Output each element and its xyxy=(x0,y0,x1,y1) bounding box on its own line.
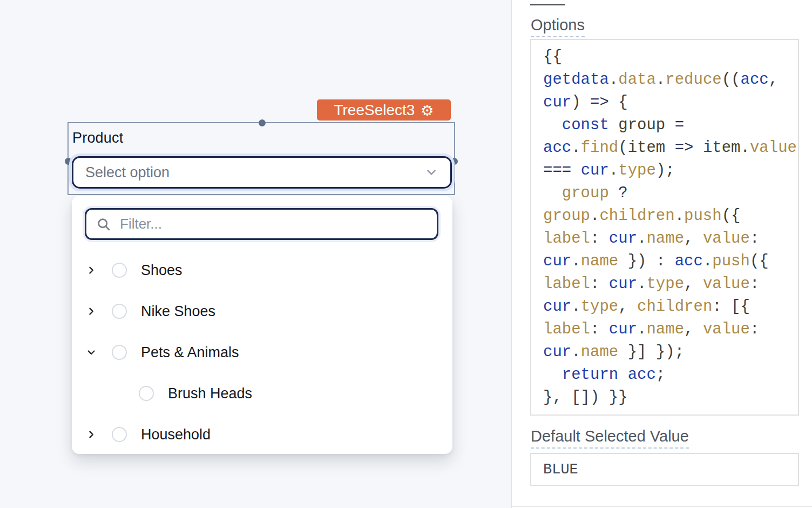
resize-handle-top[interactable] xyxy=(259,119,266,126)
tree-item[interactable]: Pets & Animals xyxy=(72,332,452,373)
resize-handle-left[interactable] xyxy=(65,158,72,165)
code-line: return acc; xyxy=(543,364,798,386)
tree-item-label: Nike Shoes xyxy=(141,303,215,320)
chevron-down-icon[interactable] xyxy=(424,165,438,179)
tree-item[interactable]: Brush Heads xyxy=(72,373,452,414)
radio-unselected[interactable] xyxy=(112,427,127,442)
radio-unselected[interactable] xyxy=(112,345,127,360)
tree-item[interactable]: Nike Shoes xyxy=(72,291,452,332)
filter-box[interactable] xyxy=(85,208,438,240)
gear-icon[interactable]: ⚙ xyxy=(421,103,434,118)
treeselect-input[interactable]: Select option xyxy=(72,156,452,189)
chevron-right-icon[interactable] xyxy=(85,429,98,440)
code-line: cur) => { xyxy=(543,91,798,114)
code-line: cur.name }] }); xyxy=(543,341,798,364)
code-line: }, []) }} xyxy=(543,386,798,409)
tree-item[interactable]: Household xyxy=(72,414,452,455)
widget-name-tag[interactable]: TreeSelect3 ⚙ xyxy=(317,99,451,121)
tree-item[interactable]: Shoes xyxy=(72,250,452,291)
tree-item-label: Brush Heads xyxy=(168,385,252,402)
code-line: cur.type, children: [{ xyxy=(543,296,798,318)
code-line: label: cur.type, value: xyxy=(543,273,798,296)
app-root: TreeSelect3 ⚙ Product Select option xyxy=(0,0,812,508)
code-line: {{ xyxy=(543,46,798,69)
code-line: group ? xyxy=(543,182,798,205)
code-line: group.children.push({ xyxy=(543,205,798,228)
panel-divider xyxy=(512,506,812,507)
default-selected-value-input[interactable]: BLUE xyxy=(530,453,799,486)
tree-item-label: Shoes xyxy=(141,262,182,279)
treeselect-dropdown: ShoesNike ShoesPets & AnimalsBrush Heads… xyxy=(72,196,452,454)
radio-unselected[interactable] xyxy=(112,304,127,319)
chevron-right-icon[interactable] xyxy=(85,306,98,317)
filter-input[interactable] xyxy=(120,216,427,232)
treeselect-label: Product xyxy=(72,130,123,146)
tree-item-label: Household xyxy=(141,426,211,443)
radio-unselected[interactable] xyxy=(139,386,154,401)
chevron-down-icon[interactable] xyxy=(85,347,98,358)
treeselect-placeholder: Select option xyxy=(85,164,424,181)
code-line: label: cur.name, value: xyxy=(543,318,798,341)
chevron-right-icon[interactable] xyxy=(85,265,98,276)
options-code-editor[interactable]: {{getdata.data.reduce((acc,cur) => { con… xyxy=(530,39,799,416)
section-title-data: Data xyxy=(530,0,565,4)
code-line: label: cur.name, value: xyxy=(543,228,798,250)
canvas: TreeSelect3 ⚙ Product Select option xyxy=(0,0,511,508)
tree-list: ShoesNike ShoesPets & AnimalsBrush Heads… xyxy=(72,250,452,455)
code-line: === cur.type); xyxy=(543,159,798,182)
code-line: getdata.data.reduce((acc, xyxy=(543,69,798,91)
code-line: const group = xyxy=(543,114,798,137)
options-property-label: Options xyxy=(531,16,585,34)
search-icon xyxy=(96,217,111,232)
radio-unselected[interactable] xyxy=(112,263,127,278)
property-panel: Data Options {{getdata.data.reduce((acc,… xyxy=(511,0,812,508)
code-line: acc.find(item => item.value xyxy=(543,137,798,159)
default-selected-value-label: Default Selected Value xyxy=(531,427,689,445)
code-line: cur.name }) : acc.push({ xyxy=(543,250,798,273)
tree-item-label: Pets & Animals xyxy=(141,344,239,361)
widget-name-label: TreeSelect3 xyxy=(334,102,415,119)
